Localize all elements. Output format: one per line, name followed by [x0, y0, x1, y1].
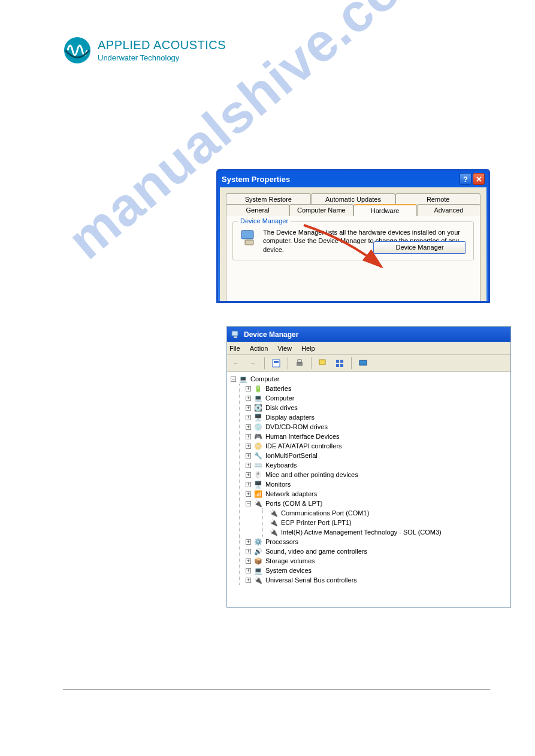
expand-icon[interactable]: + — [246, 386, 251, 391]
tree-node[interactable]: +💽Disk drives — [246, 403, 507, 412]
device-icon: ⌨️ — [253, 460, 263, 470]
svg-rect-6 — [274, 361, 279, 363]
tree-node[interactable]: +🔧IonMultiPortSerial — [246, 451, 507, 460]
tree-node[interactable]: +⚙️Processors — [246, 537, 507, 546]
grid-icon[interactable] — [334, 358, 345, 369]
node-label: System devices — [265, 566, 312, 575]
tab-remote[interactable]: Remote — [395, 193, 480, 205]
device-manager-icon — [239, 228, 258, 247]
soundwave-icon — [63, 36, 92, 65]
device-icon: ⚙️ — [253, 537, 263, 546]
ports-label: Ports (COM & LPT) — [265, 499, 322, 508]
caption: The example below shows 1 physical COM P… — [63, 308, 368, 319]
svg-rect-4 — [234, 336, 237, 338]
menu-view[interactable]: View — [277, 345, 292, 352]
svg-rect-14 — [359, 360, 367, 365]
port-label: ECP Printer Port (LPT1) — [281, 518, 352, 527]
tree-node[interactable]: +⌨️Keyboards — [246, 460, 507, 470]
scan-icon[interactable] — [318, 358, 328, 369]
intro-paragraph-2: Select Device Manager from System Proper… — [63, 133, 490, 144]
expand-icon[interactable]: + — [246, 491, 251, 497]
tab-general[interactable]: General — [226, 204, 289, 216]
device-icon: 📦 — [253, 556, 263, 566]
device-tree: − 💻 Computer +🔋Batteries+💻Computer+💽Disk… — [227, 372, 510, 587]
svg-rect-9 — [319, 360, 325, 365]
device-icon: 💻 — [253, 393, 263, 403]
expand-icon[interactable]: + — [246, 434, 251, 439]
tree-node[interactable]: +🔌Universal Serial Bus controllers — [246, 575, 507, 585]
expand-icon[interactable]: + — [246, 405, 251, 411]
node-label: Keyboards — [265, 460, 297, 470]
expand-icon[interactable]: + — [246, 444, 251, 449]
tab-advanced[interactable]: Advanced — [417, 204, 480, 216]
expand-icon[interactable]: + — [246, 463, 251, 468]
tree-node-ports[interactable]: − 🔌 Ports (COM & LPT) — [246, 499, 507, 508]
node-label: Human Interface Devices — [265, 432, 340, 441]
groupbox-title: Device Manager — [238, 217, 291, 224]
menu-action[interactable]: Action — [250, 345, 268, 352]
device-icon: 📀 — [253, 441, 263, 451]
node-label: Disk drives — [265, 403, 298, 412]
tree-node[interactable]: +📀IDE ATA/ATAPI controllers — [246, 441, 507, 451]
tab-system-restore[interactable]: System Restore — [226, 193, 311, 205]
expand-icon[interactable]: + — [246, 396, 251, 401]
expand-icon[interactable]: + — [246, 482, 251, 487]
menu-help[interactable]: Help — [301, 345, 315, 352]
monitor-icon[interactable] — [358, 358, 368, 369]
tree-root[interactable]: − 💻 Computer — [231, 374, 507, 384]
device-manager-button[interactable]: Device Manager — [373, 241, 466, 254]
tree-node[interactable]: +💻System devices — [246, 566, 507, 575]
expand-icon[interactable]: + — [246, 424, 251, 430]
expand-icon[interactable]: + — [246, 568, 251, 573]
expand-icon[interactable]: + — [246, 549, 251, 554]
svg-rect-3 — [232, 331, 238, 336]
tree-node[interactable]: +📶Network adapters — [246, 489, 507, 499]
expand-icon[interactable]: + — [246, 472, 251, 478]
tree-node[interactable]: +🎮Human Interface Devices — [246, 432, 507, 441]
footer-right: 82 — [482, 700, 490, 708]
window-titlebar[interactable]: System Properties ? ✕ — [218, 171, 488, 187]
expand-icon[interactable]: + — [246, 415, 251, 420]
tree-node[interactable]: +🖱️Mice and other pointing devices — [246, 470, 507, 479]
device-icon: 💽 — [253, 403, 263, 412]
node-label: IDE ATA/ATAPI controllers — [265, 441, 342, 451]
tree-node[interactable]: +💿DVD/CD-ROM drives — [246, 422, 507, 432]
svg-rect-12 — [336, 364, 339, 367]
print-icon[interactable] — [294, 358, 305, 369]
tree-node[interactable]: +💻Computer — [246, 393, 507, 403]
tab-computer-name[interactable]: Computer Name — [289, 204, 353, 216]
expand-icon[interactable]: + — [246, 453, 251, 459]
devmgr-titlebar[interactable]: Device Manager — [227, 327, 510, 342]
svg-rect-8 — [298, 360, 301, 362]
expand-icon[interactable]: + — [246, 578, 251, 583]
expand-icon[interactable]: + — [246, 558, 251, 564]
device-icon: 💿 — [253, 422, 263, 432]
tree-node[interactable]: +🖥️Monitors — [246, 479, 507, 489]
tree-node[interactable]: +📦Storage volumes — [246, 556, 507, 566]
collapse-icon[interactable]: − — [246, 501, 251, 506]
devmgr-title: Device Manager — [244, 330, 298, 339]
help-button[interactable]: ? — [460, 173, 471, 185]
window-title: System Properties — [222, 175, 290, 184]
devmgr-toolbar: ← → — [227, 355, 510, 372]
port-item[interactable]: 🔌Communications Port (COM1) — [269, 508, 507, 518]
menu-file[interactable]: File — [229, 345, 240, 352]
svg-rect-10 — [336, 360, 339, 363]
port-item[interactable]: 🔌Intel(R) Active Management Technology -… — [269, 527, 507, 537]
close-button[interactable]: ✕ — [473, 173, 485, 185]
forward-icon[interactable]: → — [247, 358, 258, 369]
logo-subtitle: Underwater Technology — [98, 53, 226, 62]
tree-node[interactable]: +🖥️Display adapters — [246, 412, 507, 422]
svg-rect-11 — [340, 360, 343, 363]
tree-node[interactable]: +🔊Sound, video and game controllers — [246, 546, 507, 556]
collapse-icon[interactable]: − — [231, 377, 236, 382]
port-label: Communications Port (COM1) — [281, 508, 369, 518]
tree-node[interactable]: +🔋Batteries — [246, 384, 507, 393]
back-icon[interactable]: ← — [231, 358, 241, 369]
tab-hardware[interactable]: Hardware — [353, 204, 417, 216]
properties-icon[interactable] — [271, 358, 282, 369]
tab-automatic-updates[interactable]: Automatic Updates — [311, 193, 396, 205]
expand-icon[interactable]: + — [246, 539, 251, 545]
port-item[interactable]: 🔌ECP Printer Port (LPT1) — [269, 518, 507, 527]
device-icon: 🔋 — [253, 384, 263, 393]
